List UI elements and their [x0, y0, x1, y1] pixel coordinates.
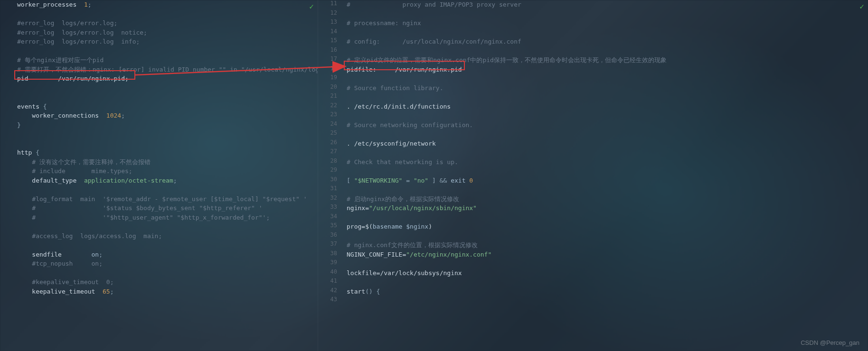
code-line[interactable]: # 启动nginx的命令，根据实际情况修改	[347, 194, 667, 204]
code-line[interactable]: start() {	[347, 287, 667, 296]
code-line[interactable]	[17, 9, 318, 19]
code-line[interactable]: # Check that networking is up.	[347, 157, 667, 167]
code-line[interactable]: http {	[17, 148, 318, 157]
code-line[interactable]	[17, 185, 318, 194]
code-line[interactable]	[17, 92, 318, 102]
code-line[interactable]	[347, 9, 667, 19]
right-code-area[interactable]: # proxy and IMAP/POP3 proxy server# proc…	[318, 0, 667, 305]
code-line[interactable]: # 每个nginx进程对应一个pid	[17, 55, 318, 65]
code-line[interactable]: worker_processes 1;	[17, 0, 318, 9]
code-line[interactable]	[17, 139, 318, 148]
code-line[interactable]	[347, 74, 667, 83]
code-line[interactable]: # include mime.types;	[17, 166, 318, 176]
code-line[interactable]: default_type application/octet-stream;	[17, 176, 318, 185]
code-line[interactable]: #keepalive_timeout 0;	[17, 277, 318, 287]
code-line[interactable]	[17, 268, 318, 278]
code-line[interactable]	[347, 213, 667, 222]
code-line[interactable]: nginx="/usr/local/nginx/sbin/nginx"	[347, 203, 667, 213]
code-line[interactable]	[347, 46, 667, 56]
code-line[interactable]: #tcp_nopush on;	[17, 259, 318, 268]
left-editor-pane[interactable]: ✓ worker_processes 1;#error_log logs/err…	[0, 0, 318, 351]
code-line[interactable]: #error_log logs/error.log notice;	[17, 28, 318, 37]
watermark-text: CSDN @Percep_gan	[801, 339, 859, 346]
code-line[interactable]: pidfile: /var/run/nginx.pid	[347, 65, 667, 74]
code-line[interactable]: keepalive_timeout 65;	[17, 287, 318, 296]
code-line[interactable]: prog=$(basename $nginx)	[347, 222, 667, 231]
code-line[interactable]: . /etc/sysconfig/network	[347, 139, 667, 148]
code-line[interactable]: # '$status $body_bytes_sent "$http_refer…	[17, 203, 318, 213]
split-editor: ✓ worker_processes 1;#error_log logs/err…	[0, 0, 868, 351]
code-line[interactable]: events {	[17, 102, 318, 111]
code-line[interactable]: # 需要打开，不然会报错：nginx: [error] invalid PID …	[17, 65, 318, 74]
code-line[interactable]	[17, 240, 318, 250]
code-line[interactable]	[17, 83, 318, 93]
code-line[interactable]	[17, 46, 318, 56]
code-line[interactable]: [ "$NETWORKING" = "no" ] && exit 0	[347, 176, 667, 185]
code-line[interactable]	[347, 259, 667, 268]
code-line[interactable]: #access_log logs/access.log main;	[17, 231, 318, 241]
code-line[interactable]: # Source networking configuration.	[347, 120, 667, 130]
code-line[interactable]	[347, 148, 667, 157]
code-line[interactable]: # processname: nginx	[347, 18, 667, 28]
code-line[interactable]: . /etc/rc.d/init.d/functions	[347, 102, 667, 111]
code-line[interactable]	[347, 111, 667, 120]
code-line[interactable]	[17, 222, 318, 231]
code-line[interactable]: }	[17, 120, 318, 130]
code-line[interactable]	[347, 28, 667, 37]
right-scrollbar[interactable]	[863, 0, 867, 351]
code-line[interactable]: # 没有这个文件，需要注释掉，不然会报错	[17, 157, 318, 167]
code-line[interactable]: # 定义pid文件的位置，需要和nginx.conf中的pid保持一致，不然使用…	[347, 55, 667, 65]
code-line[interactable]	[347, 166, 667, 176]
code-line[interactable]: #log_format main '$remote_addr - $remote…	[17, 194, 318, 204]
code-line[interactable]: pid /var/run/nginx.pid;	[17, 74, 318, 83]
code-line[interactable]: worker_connections 1024;	[17, 111, 318, 120]
code-line[interactable]: # config: /usr/local/nginx/conf/nginx.co…	[347, 37, 667, 46]
code-line[interactable]: # '"$http_user_agent" "$http_x_forwarded…	[17, 213, 318, 222]
code-line[interactable]: #error_log logs/error.log info;	[17, 37, 318, 46]
code-line[interactable]	[347, 296, 667, 305]
code-line[interactable]	[347, 92, 667, 102]
code-line[interactable]: # proxy and IMAP/POP3 proxy server	[347, 0, 667, 9]
code-line[interactable]	[347, 185, 667, 194]
left-code-area[interactable]: worker_processes 1;#error_log logs/error…	[0, 0, 318, 296]
code-line[interactable]	[347, 129, 667, 139]
code-line[interactable]: NGINX_CONF_FILE="/etc/nginx/nginx.conf"	[347, 250, 667, 259]
left-scrollbar[interactable]	[313, 0, 317, 351]
code-line[interactable]: # Source function library.	[347, 83, 667, 93]
code-line[interactable]: sendfile on;	[17, 250, 318, 259]
code-line[interactable]	[347, 231, 667, 241]
code-line[interactable]: # nginx.conf文件的位置，根据实际情况修改	[347, 240, 667, 250]
code-line[interactable]: #error_log logs/error.log;	[17, 18, 318, 28]
code-line[interactable]	[347, 277, 667, 287]
code-line[interactable]: lockfile=/var/lock/subsys/nginx	[347, 268, 667, 278]
right-editor-pane[interactable]: ✓ 11121314151617181920212223242526272829…	[318, 0, 868, 351]
code-line[interactable]	[17, 129, 318, 139]
